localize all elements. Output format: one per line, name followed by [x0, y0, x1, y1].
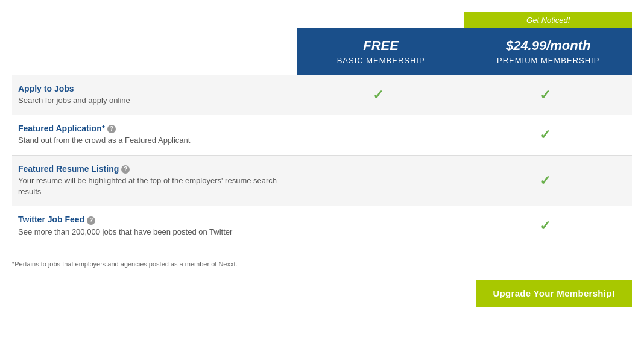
premium-check-featured-resume: ✓	[464, 155, 632, 206]
get-noticed-badge: Get Noticed!	[464, 12, 632, 28]
feature-row-twitter-job-feed: Twitter Job Feed?See more than 200,000 j…	[12, 206, 632, 246]
footnote: *Pertains to jobs that employers and age…	[12, 256, 632, 268]
feature-cell-featured-application: Featured Application*?Stand out from the…	[12, 115, 297, 155]
check-icon-premium-featured-application: ✓	[540, 127, 551, 142]
feature-desc-featured-resume: Your resume will be highlighted at the t…	[18, 175, 291, 197]
feature-name-featured-application: Featured Application*?	[18, 124, 291, 133]
premium-check-apply-jobs: ✓	[464, 75, 632, 115]
feature-name-featured-resume: Featured Resume Listing?	[18, 164, 291, 174]
premium-plan-price: $24.99/month	[470, 38, 626, 54]
upgrade-btn-wrap: Upgrade Your Membership!	[12, 280, 632, 307]
feature-row-featured-resume: Featured Resume Listing?Your resume will…	[12, 155, 632, 206]
feature-desc-twitter-job-feed: See more than 200,000 jobs that have bee…	[18, 227, 291, 238]
free-plan-name: BASIC MEMBERSHIP	[303, 56, 459, 65]
free-check-featured-application	[297, 115, 465, 155]
feature-desc-apply-jobs: Search for jobs and apply online	[18, 95, 291, 106]
premium-plan-header-box: $24.99/month PREMIUM MEMBERSHIP	[464, 28, 632, 75]
premium-check-twitter-job-feed: ✓	[464, 206, 632, 246]
free-check-apply-jobs: ✓	[297, 75, 465, 115]
feature-row-featured-application: Featured Application*?Stand out from the…	[12, 115, 632, 155]
pricing-container: FREE BASIC MEMBERSHIP Get Noticed! $24.9…	[0, 0, 644, 325]
pricing-table: FREE BASIC MEMBERSHIP Get Noticed! $24.9…	[12, 12, 632, 246]
free-plan-header: FREE BASIC MEMBERSHIP	[297, 12, 465, 75]
upgrade-button[interactable]: Upgrade Your Membership!	[476, 280, 632, 307]
check-icon-premium-twitter-job-feed: ✓	[540, 218, 551, 233]
free-check-featured-resume	[297, 155, 465, 206]
premium-plan-header: Get Noticed! $24.99/month PREMIUM MEMBER…	[464, 12, 632, 75]
feature-cell-apply-jobs: Apply to JobsSearch for jobs and apply o…	[12, 75, 297, 115]
free-check-twitter-job-feed	[297, 206, 465, 246]
feature-col-header	[12, 12, 297, 75]
premium-check-featured-application: ✓	[464, 115, 632, 155]
feature-row-apply-jobs: Apply to JobsSearch for jobs and apply o…	[12, 75, 632, 115]
header-row: FREE BASIC MEMBERSHIP Get Noticed! $24.9…	[12, 12, 632, 75]
free-plan-price: FREE	[303, 38, 459, 54]
feature-desc-featured-application: Stand out from the crowd as a Featured A…	[18, 135, 291, 146]
check-icon-premium-apply-jobs: ✓	[540, 87, 551, 102]
feature-cell-twitter-job-feed: Twitter Job Feed?See more than 200,000 j…	[12, 206, 297, 246]
info-icon-featured-application[interactable]: ?	[107, 125, 116, 133]
feature-name-twitter-job-feed: Twitter Job Feed?	[18, 215, 291, 224]
feature-cell-featured-resume: Featured Resume Listing?Your resume will…	[12, 155, 297, 206]
info-icon-featured-resume[interactable]: ?	[121, 165, 130, 174]
free-plan-header-box: FREE BASIC MEMBERSHIP	[297, 28, 465, 75]
premium-plan-name: PREMIUM MEMBERSHIP	[470, 56, 626, 65]
check-icon-free-apply-jobs: ✓	[373, 87, 384, 102]
check-icon-premium-featured-resume: ✓	[540, 173, 551, 188]
feature-name-apply-jobs: Apply to Jobs	[18, 84, 291, 93]
info-icon-twitter-job-feed[interactable]: ?	[87, 216, 95, 225]
